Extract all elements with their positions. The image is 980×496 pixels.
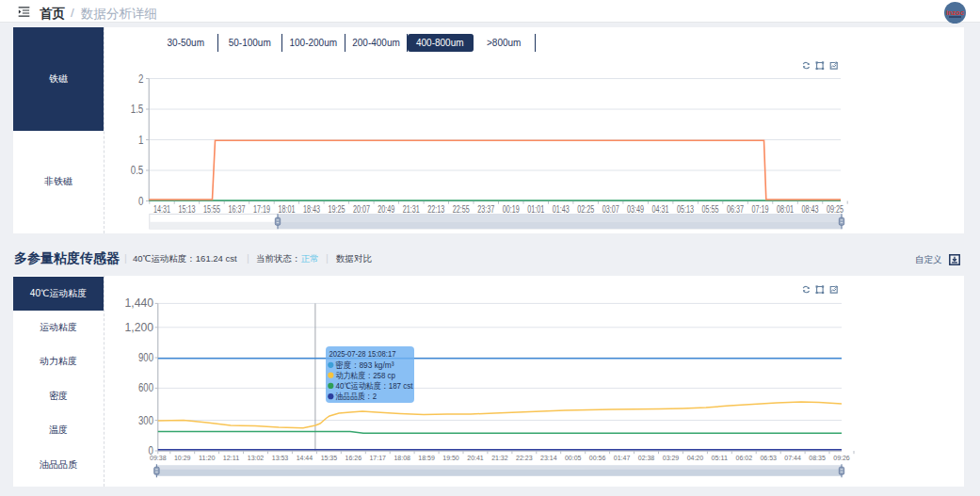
svg-text:17:17: 17:17 [369,454,386,462]
svg-text:07:19: 07:19 [752,204,769,215]
svg-text:19:50: 19:50 [442,454,459,462]
svg-text:14:31: 14:31 [153,204,170,215]
svg-text:09:25: 09:25 [827,204,843,215]
svg-text:15:13: 15:13 [179,204,196,215]
svg-text:22:23: 22:23 [516,454,533,462]
svg-text:05:11: 05:11 [712,454,729,462]
svg-text:10:29: 10:29 [174,454,191,462]
svg-text:15:55: 15:55 [203,204,220,215]
svg-text:06:37: 06:37 [727,204,744,215]
svg-text:13:53: 13:53 [272,454,289,462]
svg-text:06:02: 06:02 [736,454,753,462]
svg-text:12:11: 12:11 [223,454,240,462]
svg-text:0.5: 0.5 [131,164,144,177]
svg-text:03:49: 03:49 [627,204,644,215]
svg-text:20:07: 20:07 [353,204,370,215]
svg-text:05:55: 05:55 [702,204,719,215]
svg-text:03:07: 03:07 [602,204,619,215]
svg-text:04:31: 04:31 [652,204,669,215]
svg-text:23:37: 23:37 [477,204,494,215]
svg-text:02:25: 02:25 [577,204,594,215]
svg-text:21:31: 21:31 [403,204,420,215]
svg-text:18:59: 18:59 [418,454,435,462]
svg-text:01:01: 01:01 [527,204,544,215]
svg-text:02:38: 02:38 [638,454,655,462]
svg-text:18:43: 18:43 [303,204,320,215]
svg-text:300: 300 [138,414,153,427]
svg-text:2025-07-28 15:08:17: 2025-07-28 15:08:17 [329,349,396,359]
svg-text:08:01: 08:01 [777,204,794,215]
svg-text:18:01: 18:01 [278,204,295,215]
svg-text:00:19: 00:19 [503,204,520,215]
svg-text:15:35: 15:35 [321,454,338,462]
svg-text:1.5: 1.5 [131,103,144,116]
svg-text:20:49: 20:49 [378,204,394,215]
svg-text:14:44: 14:44 [297,454,313,462]
svg-text:1: 1 [138,134,144,147]
svg-text:20:41: 20:41 [467,454,484,462]
svg-text:1,200: 1,200 [125,321,154,334]
svg-text:09:38: 09:38 [150,454,167,462]
svg-text:00:56: 00:56 [589,454,606,462]
svg-text:01:47: 01:47 [614,454,631,462]
svg-text:600: 600 [138,381,153,394]
svg-text:08:35: 08:35 [809,454,826,462]
svg-text:01:43: 01:43 [553,204,570,215]
svg-text:动力粘度：258 cp: 动力粘度：258 cp [336,371,396,380]
svg-text:08:43: 08:43 [802,204,819,215]
svg-text:16:37: 16:37 [228,204,245,215]
svg-text:17:19: 17:19 [253,204,270,215]
svg-text:07:44: 07:44 [784,454,801,462]
svg-text:11:20: 11:20 [199,454,216,462]
svg-text:19:25: 19:25 [328,204,345,215]
svg-text:13:02: 13:02 [248,454,265,462]
svg-text:04:20: 04:20 [687,454,704,462]
svg-text:密度：893 kg/m³: 密度：893 kg/m³ [336,360,394,370]
svg-text:03:29: 03:29 [663,454,680,462]
svg-text:900: 900 [138,351,153,364]
svg-text:22:55: 22:55 [453,204,470,215]
svg-text:inzoc: inzoc [946,8,964,17]
svg-text:40℃运动粘度：187 cst: 40℃运动粘度：187 cst [336,381,413,391]
svg-text:23:14: 23:14 [540,454,557,462]
svg-text:00:05: 00:05 [565,454,582,462]
svg-text:16:26: 16:26 [345,454,362,462]
svg-text:18:08: 18:08 [394,454,410,462]
svg-text:油品品质：2: 油品品质：2 [336,392,378,401]
svg-text:09:26: 09:26 [833,454,850,462]
svg-text:06:53: 06:53 [760,454,777,462]
svg-text:05:13: 05:13 [677,204,694,215]
svg-text:22:13: 22:13 [427,204,444,215]
svg-text:21:32: 21:32 [491,454,508,462]
svg-text:1,440: 1,440 [125,296,154,310]
svg-text:2: 2 [138,72,144,86]
svg-text:0: 0 [138,195,144,208]
